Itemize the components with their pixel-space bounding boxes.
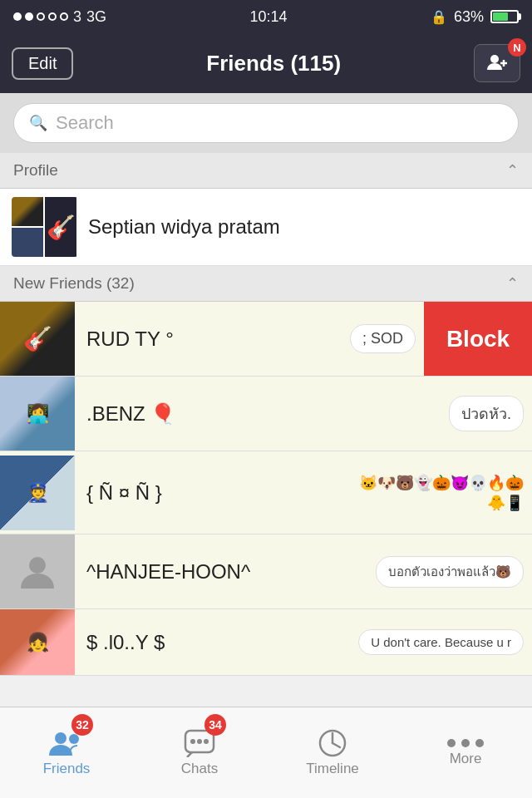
edit-button[interactable]: Edit	[12, 47, 73, 80]
svg-point-0	[490, 55, 499, 63]
avatar: 👧	[0, 609, 75, 676]
timeline-icon	[318, 729, 347, 757]
search-placeholder: Search	[56, 112, 503, 134]
friend-name: RUD TY °	[86, 328, 174, 350]
block-button[interactable]: Block	[424, 302, 532, 377]
friend-bubble: 🐱🐶🐻👻🎃😈💀🔥🎃 🐥📱	[359, 474, 524, 512]
avatar: 👮	[0, 456, 75, 530]
friend-bubble: บอกตัวเองว่าพอแล้ว🐻	[376, 556, 524, 588]
status-left: 3 3G	[13, 8, 106, 26]
chats-tab-label: Chats	[181, 761, 218, 777]
friend-bubble: ; SOD	[350, 324, 416, 353]
profile-avatar: 🎸	[12, 197, 78, 257]
list-item[interactable]: 👩‍💻 .BENZ 🎈 ปวดหัว.	[0, 377, 532, 451]
svg-point-4	[55, 732, 66, 744]
emoji-row-1: 🐱🐶🐻👻🎃😈💀🔥🎃	[359, 474, 524, 492]
friend-name: ^HANJEE-HOON^	[86, 560, 250, 583]
page-title: Friends (115)	[73, 51, 474, 76]
svg-point-7	[190, 739, 195, 744]
profile-name: Septian widya pratam	[88, 215, 280, 239]
tab-timeline[interactable]: Timeline	[266, 707, 399, 798]
more-dots-icon	[447, 739, 484, 747]
status-right: 🔒 63%	[431, 8, 519, 26]
carrier-label: 3	[73, 8, 81, 26]
new-friends-section-header[interactable]: New Friends (32) ⌃	[0, 266, 532, 302]
friend-bubble: U don't care. Because u r	[358, 629, 524, 655]
friend-info: { Ñ ¤ Ñ }	[75, 473, 359, 513]
friend-info: .BENZ 🎈	[75, 394, 449, 434]
friend-info: $ .l0..Y $	[75, 623, 358, 663]
dot-4	[48, 12, 57, 21]
signal-dots	[13, 12, 68, 21]
profile-row[interactable]: 🎸 Septian widya pratam	[0, 189, 532, 266]
avatar: 👩‍💻	[0, 377, 75, 451]
tab-chats[interactable]: 34 Chats	[133, 707, 266, 798]
svg-point-8	[197, 739, 202, 744]
search-container: 🔍 Search	[0, 93, 532, 153]
friend-bubble: ปวดหัว.	[449, 396, 524, 431]
chats-badge: 34	[204, 714, 226, 736]
list-item[interactable]: ^HANJEE-HOON^ บอกตัวเองว่าพอแล้ว🐻	[0, 534, 532, 609]
profile-section-label: Profile	[13, 161, 58, 180]
avatar: 🎸	[0, 302, 75, 377]
friend-name: .BENZ 🎈	[86, 402, 175, 425]
list-item[interactable]: 👧 $ .l0..Y $ U don't care. Because u r	[0, 609, 532, 676]
emoji-row-2: 🐥📱	[487, 494, 524, 512]
svg-point-5	[69, 734, 79, 744]
dot-1	[13, 12, 22, 21]
friends-tab-label: Friends	[43, 761, 91, 777]
tab-bar: 32 Friends 34 Chats Timeline	[0, 707, 532, 798]
battery-indicator	[490, 10, 519, 23]
new-friends-chevron-icon: ⌃	[506, 274, 519, 293]
search-icon: 🔍	[29, 114, 47, 132]
friend-name: $ .l0..Y $	[86, 631, 165, 653]
new-friends-label: New Friends (32)	[13, 274, 135, 293]
dot-2	[25, 12, 33, 21]
tab-friends[interactable]: 32 Friends	[0, 707, 133, 798]
friends-badge: 32	[71, 714, 93, 736]
header: Edit Friends (115) N	[0, 33, 532, 93]
timeline-tab-label: Timeline	[306, 761, 359, 777]
person-silhouette-icon	[17, 551, 58, 593]
svg-point-9	[204, 739, 209, 744]
dot-5	[60, 12, 68, 21]
list-item[interactable]: 👮 { Ñ ¤ Ñ } 🐱🐶🐻👻🎃😈💀🔥🎃 🐥📱	[0, 451, 532, 534]
profile-chevron-icon: ⌃	[506, 161, 519, 180]
friends-list: 🎸 RUD TY ° ; SOD Block 👩‍💻 .BENZ 🎈 ปวดหั…	[0, 302, 532, 676]
svg-line-12	[332, 743, 340, 747]
notif-badge: N	[508, 38, 526, 57]
friend-info: RUD TY °	[75, 319, 350, 359]
tab-more[interactable]: More	[399, 707, 532, 798]
avatar	[0, 534, 75, 609]
network-label: 3G	[86, 8, 106, 26]
add-person-icon	[485, 52, 509, 75]
status-bar: 3 3G 10:14 🔒 63%	[0, 0, 532, 33]
friend-info: ^HANJEE-HOON^	[75, 552, 376, 592]
svg-point-3	[29, 557, 46, 574]
time-label: 10:14	[249, 8, 287, 26]
lock-icon: 🔒	[431, 9, 447, 25]
add-friend-button[interactable]: N	[474, 44, 520, 82]
more-tab-label: More	[450, 751, 482, 767]
dot-3	[37, 12, 45, 21]
search-bar[interactable]: 🔍 Search	[13, 103, 519, 143]
profile-section-header[interactable]: Profile ⌃	[0, 153, 532, 189]
list-item[interactable]: 🎸 RUD TY ° ; SOD Block	[0, 302, 532, 377]
friend-name: { Ñ ¤ Ñ }	[86, 481, 162, 504]
battery-percent: 63%	[454, 8, 484, 26]
